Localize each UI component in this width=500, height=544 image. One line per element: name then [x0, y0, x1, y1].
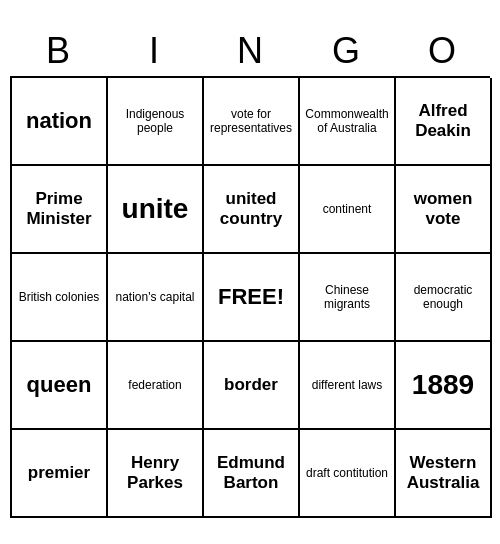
bingo-cell-3[interactable]: Commonwealth of Australia: [300, 78, 396, 166]
bingo-cell-18[interactable]: different laws: [300, 342, 396, 430]
bingo-cell-22[interactable]: Edmund Barton: [204, 430, 300, 518]
bingo-cell-15[interactable]: queen: [12, 342, 108, 430]
bingo-cell-5[interactable]: Prime Minister: [12, 166, 108, 254]
bingo-cell-13[interactable]: Chinese migrants: [300, 254, 396, 342]
header-o: O: [398, 30, 486, 72]
bingo-cell-16[interactable]: federation: [108, 342, 204, 430]
bingo-cell-10[interactable]: British colonies: [12, 254, 108, 342]
bingo-cell-24[interactable]: Western Australia: [396, 430, 492, 518]
bingo-cell-17[interactable]: border: [204, 342, 300, 430]
bingo-cell-7[interactable]: united country: [204, 166, 300, 254]
bingo-card: B I N G O nationIndigenous peoplevote fo…: [10, 26, 490, 518]
bingo-cell-12[interactable]: FREE!: [204, 254, 300, 342]
header-g: G: [302, 30, 390, 72]
bingo-cell-9[interactable]: women vote: [396, 166, 492, 254]
bingo-cell-4[interactable]: Alfred Deakin: [396, 78, 492, 166]
bingo-cell-19[interactable]: 1889: [396, 342, 492, 430]
header-b: B: [14, 30, 102, 72]
bingo-cell-0[interactable]: nation: [12, 78, 108, 166]
bingo-cell-14[interactable]: democratic enough: [396, 254, 492, 342]
bingo-cell-2[interactable]: vote for representatives: [204, 78, 300, 166]
bingo-cell-20[interactable]: premier: [12, 430, 108, 518]
bingo-grid: nationIndigenous peoplevote for represen…: [10, 76, 490, 518]
bingo-header: B I N G O: [10, 26, 490, 76]
bingo-cell-11[interactable]: nation's capital: [108, 254, 204, 342]
header-i: I: [110, 30, 198, 72]
bingo-cell-8[interactable]: continent: [300, 166, 396, 254]
header-n: N: [206, 30, 294, 72]
bingo-cell-23[interactable]: draft contitution: [300, 430, 396, 518]
bingo-cell-21[interactable]: Henry Parkes: [108, 430, 204, 518]
bingo-cell-6[interactable]: unite: [108, 166, 204, 254]
bingo-cell-1[interactable]: Indigenous people: [108, 78, 204, 166]
